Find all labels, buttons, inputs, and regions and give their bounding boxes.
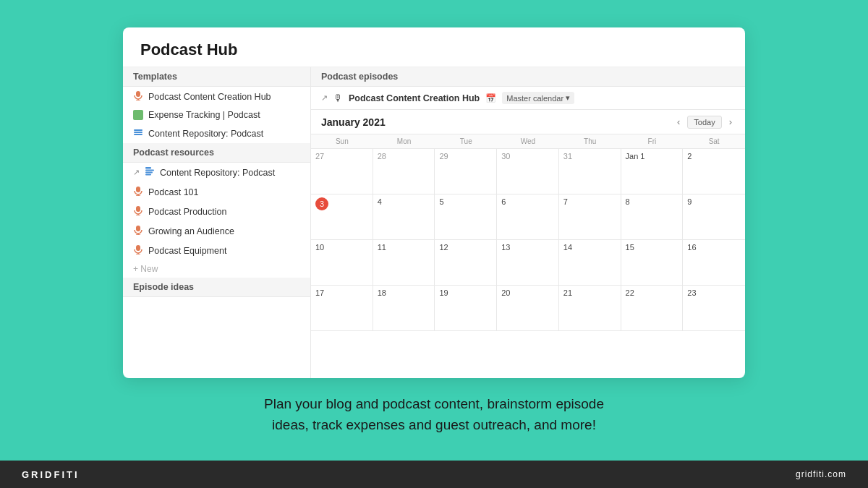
calendar-cell[interactable]: 28	[373, 149, 435, 194]
day-header: Mon	[373, 134, 435, 148]
today-button[interactable]: Today	[687, 116, 721, 129]
new-item-button[interactable]: + New	[123, 260, 310, 278]
calendar-cell[interactable]: 22	[621, 286, 684, 330]
master-label: Master calendar	[506, 94, 563, 103]
cell-number: 17	[315, 288, 324, 297]
main-card: Podcast Hub Templates Podcast Content Cr…	[123, 27, 745, 378]
section-header-templates: Templates	[123, 67, 310, 87]
next-month-button[interactable]: ›	[726, 115, 735, 129]
calendar-cell[interactable]: 18	[373, 286, 435, 330]
card-title: Podcast Hub	[123, 27, 745, 67]
calendar-cell[interactable]: 2	[683, 149, 745, 194]
calendar-cell[interactable]: 5	[435, 194, 497, 239]
calendar-cell[interactable]: 11	[373, 240, 435, 285]
green-rect-icon	[133, 110, 143, 120]
day-header: Tue	[435, 134, 497, 148]
cell-number: 29	[439, 152, 448, 160]
cell-number: 31	[563, 152, 572, 160]
svg-rect-8	[145, 172, 153, 174]
svg-rect-3	[134, 129, 142, 131]
item-label: Growing an Audience	[148, 226, 234, 236]
right-section-header: Podcast episodes	[311, 67, 745, 87]
day-header: Sat	[683, 134, 745, 148]
cell-number: 11	[378, 243, 386, 252]
calendar-cell[interactable]: 27	[311, 149, 373, 194]
cell-number: 23	[687, 288, 696, 297]
calendar-cell[interactable]: 17	[311, 286, 373, 330]
svg-rect-13	[136, 206, 140, 212]
cell-number: 12	[439, 243, 448, 252]
arrow-icon: ↗	[133, 168, 140, 177]
calendar-cell[interactable]: 16	[683, 240, 745, 285]
section-header-podcast-resources: Podcast resources	[123, 143, 310, 163]
item-label: Podcast Production	[148, 207, 226, 217]
left-panel-item[interactable]: Podcast Production	[123, 202, 310, 221]
calendar-cell[interactable]: 4	[373, 194, 435, 239]
svg-rect-10	[136, 187, 140, 192]
cell-number: 5	[439, 197, 443, 206]
calendar-cell[interactable]: 15	[621, 240, 684, 285]
cell-number: 18	[378, 288, 386, 297]
mic-icon	[133, 225, 143, 237]
left-panel-item[interactable]: Podcast Equipment	[123, 241, 310, 260]
calendar-cell[interactable]: 20	[497, 286, 559, 330]
calendar-cell[interactable]: 19	[435, 286, 497, 330]
month-title: January 2021	[321, 116, 386, 128]
left-panel-item[interactable]: Podcast Content Creation Hub	[123, 87, 310, 106]
left-panel-item[interactable]: Content Repository: Podcast	[123, 124, 310, 143]
cell-number: 30	[501, 152, 510, 160]
cell-number: 13	[501, 243, 510, 252]
calendar-grid: SunMonTueWedThuFriSat2728293031Jan 12345…	[311, 134, 745, 378]
footer-url: gridfiti.com	[796, 469, 846, 479]
calendar-cell[interactable]: 13	[497, 240, 559, 285]
left-panel: Templates Podcast Content Creation HubEx…	[123, 67, 311, 378]
item-label: Content Repository: Podcast	[160, 168, 275, 178]
footer-brand: GRIDFITI	[22, 469, 80, 480]
section-header-episode-ideas: Episode ideas	[123, 278, 310, 297]
svg-rect-4	[134, 132, 142, 133]
calendar-month-header: January 2021 ‹ Today ›	[311, 110, 745, 134]
day-header: Fri	[621, 134, 684, 148]
calendar-cell[interactable]: 23	[683, 286, 745, 330]
left-panel-item[interactable]: Podcast 101	[123, 182, 310, 202]
bottom-text: Plan your blog and podcast content, brai…	[221, 394, 647, 435]
left-panel-item[interactable]: Growing an Audience	[123, 221, 310, 241]
calendar-cell[interactable]: 31	[559, 149, 621, 194]
calendar-cell[interactable]: 8	[621, 194, 684, 239]
item-label: Expense Tracking | Podcast	[148, 110, 260, 120]
mic-icon	[133, 205, 143, 218]
cell-number: 19	[439, 288, 448, 297]
cal-title[interactable]: Podcast Content Creation Hub	[349, 93, 480, 103]
calendar-cell[interactable]: 6	[497, 194, 559, 239]
calendar-cell[interactable]: 10	[311, 240, 373, 285]
calendar-cell[interactable]: 30	[497, 149, 559, 194]
right-panel: Podcast episodes ↗ 🎙 Podcast Content Cre…	[311, 67, 745, 378]
calendar-cell[interactable]: Jan 1	[621, 149, 684, 194]
cell-number: Jan 1	[626, 152, 645, 160]
svg-rect-5	[134, 134, 142, 135]
calendar-cell[interactable]: 3	[311, 194, 373, 239]
cell-number: 4	[378, 197, 382, 206]
item-label: Podcast Content Creation Hub	[148, 92, 271, 102]
calendar-cell[interactable]: 9	[683, 194, 745, 239]
arrow-icon: ↗	[321, 93, 328, 103]
mic-icon	[133, 244, 143, 257]
item-label: Content Repository: Podcast	[148, 129, 263, 139]
calendar-cell[interactable]: 29	[435, 149, 497, 194]
prev-month-button[interactable]: ‹	[674, 115, 683, 129]
master-calendar-dropdown[interactable]: Master calendar ▾	[502, 92, 574, 104]
calendar-cell[interactable]: 21	[559, 286, 621, 330]
calendar-cell[interactable]: 14	[559, 240, 621, 285]
left-panel-item[interactable]: ↗ Content Repository: Podcast	[123, 163, 310, 182]
calendar-cell[interactable]: 7	[559, 194, 621, 239]
cell-number: 22	[626, 288, 634, 297]
cell-number: 16	[687, 243, 696, 252]
left-panel-item[interactable]: Expense Tracking | Podcast	[123, 106, 310, 124]
blue-stack-icon	[133, 127, 143, 140]
mic-icon: 🎙	[333, 93, 343, 103]
calendar-cell[interactable]: 12	[435, 240, 497, 285]
cell-number: 3	[315, 197, 328, 210]
dropdown-icon: ▾	[566, 93, 570, 103]
item-label: Podcast Equipment	[148, 246, 226, 256]
svg-rect-16	[136, 226, 140, 231]
